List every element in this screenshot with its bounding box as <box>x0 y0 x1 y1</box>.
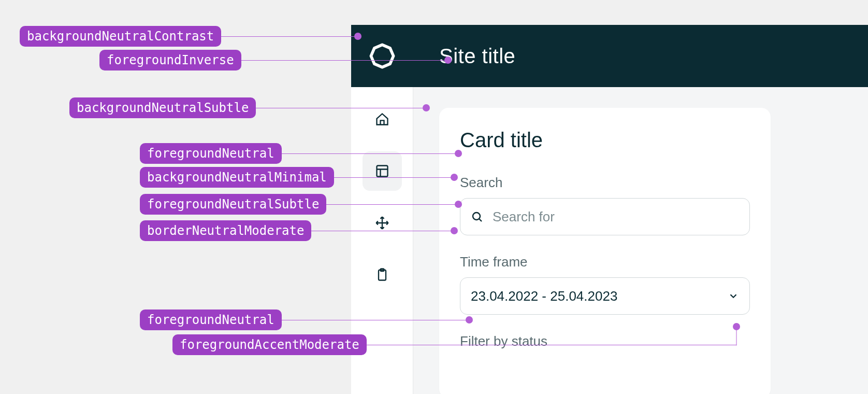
annotation-label: foregroundInverse <box>99 50 241 71</box>
search-input[interactable]: Search for <box>460 198 750 235</box>
card-title: Card title <box>460 129 750 152</box>
site-title: Site title <box>439 45 515 68</box>
annotation-label: foregroundNeutral <box>140 143 282 164</box>
annotation-label: backgroundNeutralSubtle <box>69 97 256 118</box>
svg-rect-1 <box>377 166 387 177</box>
annotation-label: foregroundNeutralSubtle <box>140 194 326 215</box>
logo-icon <box>369 43 396 69</box>
app-header: Site title <box>351 25 868 87</box>
nav-layout[interactable] <box>363 151 402 191</box>
annotation-label: backgroundNeutralMinimal <box>140 167 334 188</box>
annotation-label: backgroundNeutralContrast <box>20 26 221 47</box>
timeframe-value: 23.04.2022 - 25.04.2023 <box>471 288 617 304</box>
timeframe-select[interactable]: 23.04.2022 - 25.04.2023 <box>460 277 750 315</box>
filter-label: Filter by status <box>460 333 750 349</box>
annotation-label: foregroundAccentModerate <box>172 334 367 355</box>
annotation-label: borderNeutralModerate <box>140 220 311 241</box>
chevron-down-icon <box>728 290 739 302</box>
svg-marker-0 <box>371 45 393 67</box>
nav-clipboard[interactable] <box>363 255 402 294</box>
nav-move[interactable] <box>363 203 402 243</box>
content-area: Card title Search Search for Time frame … <box>413 87 868 394</box>
search-icon <box>471 210 483 223</box>
search-placeholder: Search for <box>493 209 555 225</box>
card: Card title Search Search for Time frame … <box>439 108 771 394</box>
app-frame: Site title Card title Search Sea <box>351 25 868 394</box>
svg-point-4 <box>473 213 480 220</box>
home-icon <box>375 112 389 126</box>
move-icon <box>375 216 389 230</box>
clipboard-icon <box>375 268 389 282</box>
nav-home[interactable] <box>363 100 402 139</box>
layout-icon <box>375 164 389 178</box>
search-label: Search <box>460 175 750 191</box>
annotation-label: foregroundNeutral <box>140 309 282 330</box>
timeframe-label: Time frame <box>460 254 750 270</box>
